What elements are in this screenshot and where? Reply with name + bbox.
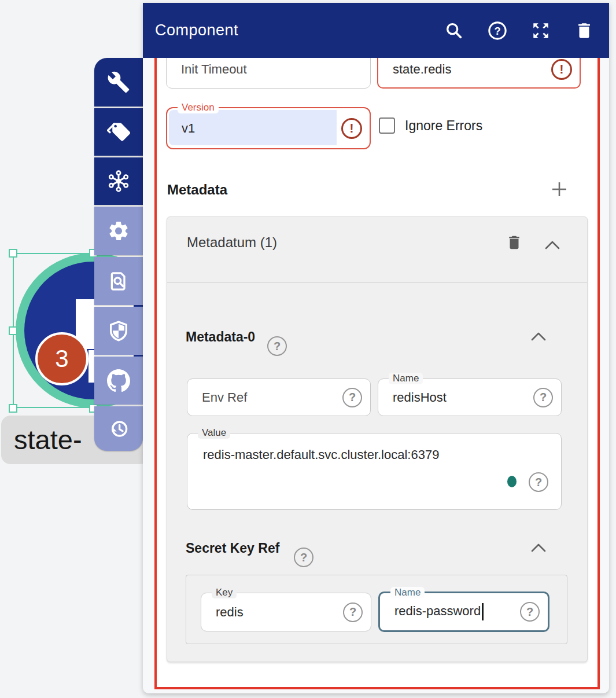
toolbar-button-settings[interactable]	[94, 207, 143, 255]
svg-text:?: ?	[494, 24, 500, 36]
toolbar-button-tags[interactable]	[94, 108, 143, 156]
selection-handle[interactable]	[9, 249, 17, 258]
secret-key-label: Key	[212, 587, 237, 598]
help-icon[interactable]: ?	[267, 336, 287, 356]
metadata-heading: Metadata	[167, 181, 227, 199]
toolbar-button-github[interactable]	[94, 357, 143, 405]
selection-handle[interactable]	[9, 404, 17, 413]
metadata-name-label: Name	[389, 373, 423, 384]
search-icon[interactable]	[444, 21, 464, 41]
metadata-name-value: redisHost	[393, 390, 447, 405]
secret-key-ref-heading: Secret Key Ref	[186, 539, 279, 557]
github-icon	[107, 369, 130, 392]
version-value: v1	[182, 121, 195, 136]
help-icon[interactable]: ?	[294, 548, 313, 567]
init-timeout-placeholder: Init Timeout	[181, 62, 247, 77]
delete-icon[interactable]	[574, 21, 594, 41]
selection-handle[interactable]	[9, 326, 17, 335]
secret-name-label: Name	[390, 587, 425, 598]
secret-key-value: redis	[216, 605, 244, 620]
error-icon: !	[551, 59, 572, 80]
help-icon[interactable]: ?	[533, 388, 553, 407]
collapse-secret-key-ref-icon[interactable]	[530, 543, 547, 553]
divider	[167, 282, 587, 283]
delete-metadatum-icon[interactable]	[506, 233, 523, 252]
history-icon	[107, 417, 130, 440]
help-icon[interactable]: ?	[342, 388, 362, 407]
panel-title: Component	[155, 21, 238, 39]
error-count: 3	[55, 345, 68, 373]
file-search-icon	[107, 270, 130, 293]
error-icon: !	[341, 118, 362, 139]
help-icon[interactable]: ?	[343, 603, 363, 622]
toolbar-button-history[interactable]	[94, 406, 143, 451]
add-metadata-icon[interactable]	[550, 180, 569, 199]
gear-icon	[107, 219, 130, 243]
metadata-value-field[interactable]: Value redis-master.default.svc.cluster.l…	[187, 433, 562, 510]
env-ref-placeholder: Env Ref	[202, 390, 247, 405]
component-type-field[interactable]: state.redis !	[377, 58, 581, 89]
init-timeout-field[interactable]: Init Timeout	[166, 58, 371, 89]
panel-body: Init Timeout state.redis ! Version v1 ! …	[154, 58, 600, 689]
status-dot	[507, 476, 517, 487]
ignore-errors-label: Ignore Errors	[405, 117, 482, 134]
wrench-icon	[107, 71, 130, 94]
metadata0-heading: Metadata-0	[186, 328, 255, 346]
help-icon[interactable]: ?	[488, 21, 507, 41]
version-label: Version	[178, 102, 219, 113]
collapse-metadatum-icon[interactable]	[544, 240, 560, 250]
secret-key-ref-group: Key redis ? Name redis-password ?	[186, 575, 567, 644]
text-caret	[482, 603, 484, 620]
help-icon[interactable]: ?	[529, 472, 548, 492]
component-type-value: state.redis	[393, 62, 452, 77]
toolbar-button-security[interactable]	[94, 307, 143, 355]
panel-header: Component ?	[143, 3, 609, 58]
collapse-metadata0-icon[interactable]	[530, 332, 547, 341]
metadata-name-field[interactable]: Name redisHost ?	[378, 379, 562, 416]
error-count-badge: 3	[35, 332, 88, 385]
metadatum-title: Metadatum (1)	[187, 234, 277, 251]
metadata-value-text: redis-master.default.svc.cluster.local:6…	[203, 447, 439, 462]
help-icon[interactable]: ?	[520, 602, 540, 622]
app-root: 3 state-	[0, 0, 616, 698]
toolbar-button-components[interactable]	[94, 157, 143, 205]
tags-icon	[107, 120, 130, 144]
secret-name-value: redis-password	[394, 604, 481, 618]
ignore-errors-checkbox[interactable]	[379, 117, 395, 134]
metadatum-card: Metadatum (1) Metadata-0 ? Env Ref ?	[167, 216, 588, 662]
shield-icon	[107, 319, 130, 343]
secret-name-field[interactable]: Name redis-password ?	[378, 592, 549, 632]
secret-key-field[interactable]: Key redis ?	[201, 593, 371, 631]
toolbar-button-build[interactable]	[94, 58, 143, 106]
component-panel: Component ? Ini	[143, 3, 609, 693]
metadata-value-label: Value	[198, 427, 230, 439]
hub-icon	[107, 170, 130, 193]
expand-icon[interactable]	[531, 21, 551, 41]
toolbar-button-inspect[interactable]	[94, 257, 143, 305]
version-field[interactable]: Version v1 !	[166, 107, 371, 149]
env-ref-field[interactable]: Env Ref ?	[187, 379, 371, 416]
